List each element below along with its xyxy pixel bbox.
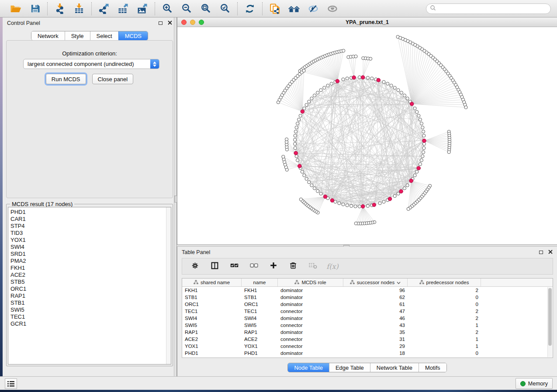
task-history-button[interactable] xyxy=(5,378,17,389)
mcds-result-item[interactable]: TEC1 xyxy=(8,313,171,320)
run-mcds-button[interactable]: Run MCDS xyxy=(46,74,86,84)
table-row[interactable]: PHD1PHD1dominator180 xyxy=(182,350,553,357)
table-row[interactable]: STB1STB1dominator620 xyxy=(182,294,553,301)
column-header-name[interactable]: name xyxy=(242,279,278,286)
mcds-result-item[interactable]: PMA2 xyxy=(8,258,171,265)
tab-mcds[interactable]: MCDS xyxy=(118,31,148,40)
column-header-predecessor-nodes[interactable]: predecessor nodes xyxy=(408,279,481,286)
table-row[interactable]: YOX1YOX1connector291 xyxy=(182,343,553,350)
table-row[interactable]: FKH1FKH1dominator962 xyxy=(182,287,553,294)
search-box[interactable] xyxy=(426,3,551,14)
mcds-result-item[interactable]: PHD1 xyxy=(8,209,171,216)
cell-name: FKH1 xyxy=(242,287,278,294)
network-titlebar[interactable]: YPA_prune.txt_1 xyxy=(177,17,557,27)
select-all-button[interactable] xyxy=(229,261,239,271)
import-table-button[interactable] xyxy=(71,2,87,16)
mcds-result-item[interactable]: ACE2 xyxy=(8,272,171,279)
table-row[interactable]: ACE2ACE2connector311 xyxy=(182,336,553,343)
refresh-button[interactable] xyxy=(242,2,258,16)
gear-button[interactable] xyxy=(190,261,200,271)
mcds-result-item[interactable]: TID3 xyxy=(8,230,171,237)
mcds-result-item[interactable]: FKH1 xyxy=(8,265,171,272)
mcds-result-item[interactable]: CAR1 xyxy=(8,216,171,223)
cell-predecessors: 1 xyxy=(408,336,481,343)
mcds-result-item[interactable]: STB5 xyxy=(8,279,171,285)
cell-name: ORC1 xyxy=(242,301,278,308)
tab-node-table[interactable]: Node Table xyxy=(288,363,329,372)
optimization-criterion-dropdown[interactable]: largest connected component (undirected) xyxy=(23,59,159,69)
cell-name: SWI4 xyxy=(242,315,278,322)
tab-motifs[interactable]: Motifs xyxy=(419,363,446,372)
column-header-shared-name[interactable]: shared name xyxy=(182,279,242,286)
zoom-in-button[interactable] xyxy=(159,2,175,16)
hide-selected-button[interactable] xyxy=(305,2,321,16)
open-file-button[interactable] xyxy=(8,2,24,16)
float-panel-icon[interactable] xyxy=(159,21,163,25)
tab-network-table[interactable]: Network Table xyxy=(370,363,419,372)
cell-name: TEC1 xyxy=(242,308,278,315)
node-table[interactable]: shared namenameMCDS rolesuccessor nodesp… xyxy=(182,278,553,358)
mcds-result-item[interactable]: SWI4 xyxy=(8,244,171,251)
table-panel: Table Panel f(x) shared namenameMCDS rol… xyxy=(177,247,557,376)
table-vertical-scrollbar[interactable] xyxy=(547,287,552,357)
mcds-result-item[interactable]: RAP1 xyxy=(8,292,171,299)
close-panel-icon[interactable] xyxy=(548,249,553,255)
add-column-button[interactable] xyxy=(269,261,278,271)
export-image-button[interactable] xyxy=(135,2,150,16)
first-neighbors-button[interactable] xyxy=(286,2,302,16)
close-panel-button[interactable]: Close panel xyxy=(92,74,134,84)
column-header-successor-nodes[interactable]: successor nodes xyxy=(343,279,408,286)
cell-successors: 62 xyxy=(343,294,408,301)
mcds-result-item[interactable]: SWI5 xyxy=(8,306,171,313)
delete-column-button[interactable] xyxy=(288,261,298,271)
mcds-result-item[interactable]: STP4 xyxy=(8,223,171,230)
float-panel-icon[interactable] xyxy=(539,251,543,254)
tab-network[interactable]: Network xyxy=(31,31,65,40)
add-column-icon xyxy=(270,261,277,271)
duplicate-network-icon xyxy=(270,3,280,14)
memory-button[interactable]: Memory xyxy=(515,378,553,389)
zoom-out-button[interactable] xyxy=(179,2,194,16)
mcds-result-item[interactable]: ORC1 xyxy=(8,285,171,292)
cell-predecessors: 0 xyxy=(408,350,481,357)
table-row[interactable]: ORC1ORC1dominator610 xyxy=(182,301,553,308)
table-row[interactable]: TEC1TEC1connector472 xyxy=(182,308,553,315)
mcds-result-item[interactable]: STB1 xyxy=(8,299,171,306)
function-button: f(x) xyxy=(328,261,337,271)
cell-successors: 35 xyxy=(343,329,408,336)
cell-role: connector xyxy=(278,322,343,329)
main-toolbar xyxy=(0,0,557,17)
cell-role: dominator xyxy=(278,329,343,336)
show-all-button[interactable] xyxy=(325,2,340,16)
table-row[interactable]: SWI4SWI4dominator462 xyxy=(182,315,553,322)
import-network-button[interactable] xyxy=(52,2,68,16)
network-canvas[interactable] xyxy=(177,27,557,244)
tab-edge-table[interactable]: Edge Table xyxy=(329,363,370,372)
tab-style[interactable]: Style xyxy=(65,31,90,40)
save-session-button[interactable] xyxy=(27,2,43,16)
zoom-fit-button[interactable] xyxy=(198,2,214,16)
close-panel-icon[interactable] xyxy=(168,20,172,26)
zoom-in-icon xyxy=(163,3,173,14)
cell-name: YOX1 xyxy=(242,343,278,350)
deselect-all-button[interactable] xyxy=(249,261,259,271)
scrollbar-thumb[interactable] xyxy=(548,288,552,346)
export-table-button[interactable] xyxy=(115,2,131,16)
mcds-result-item[interactable]: GCR1 xyxy=(8,320,171,327)
mcds-result-list[interactable]: PHD1CAR1STP4TID3YOX1SWI4SRD1PMA2FKH1ACE2… xyxy=(8,207,171,364)
vertical-splitter[interactable] xyxy=(174,17,177,376)
duplicate-network-button[interactable] xyxy=(267,2,283,16)
table-row[interactable]: RAP1RAP1dominator352 xyxy=(182,329,553,336)
columns-button[interactable] xyxy=(210,261,219,271)
zoom-selected-button[interactable] xyxy=(217,2,233,16)
result-list-scrollbar[interactable] xyxy=(166,207,171,364)
mcds-result-item[interactable]: YOX1 xyxy=(8,237,171,244)
search-input[interactable] xyxy=(439,6,547,12)
cell-role: connector xyxy=(278,336,343,343)
delete-table-button xyxy=(308,261,318,271)
column-header-MCDS-role[interactable]: MCDS role xyxy=(278,279,343,286)
mcds-result-item[interactable]: SRD1 xyxy=(8,251,171,258)
tab-select[interactable]: Select xyxy=(90,31,118,40)
table-row[interactable]: SWI5SWI5connector431 xyxy=(182,322,553,329)
export-network-button[interactable] xyxy=(96,2,112,16)
